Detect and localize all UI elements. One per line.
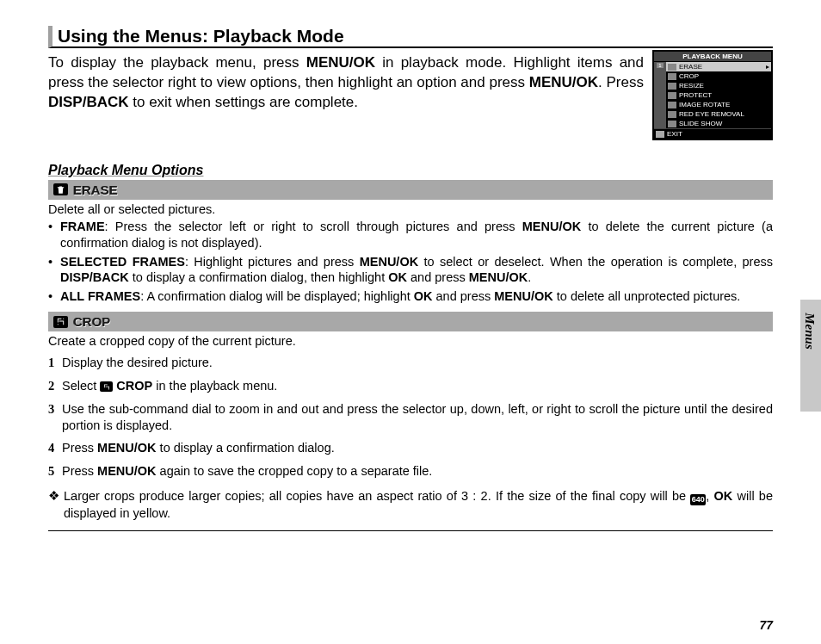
disp-back-label: DISP/BACK (48, 94, 129, 110)
step-number: 1 (48, 355, 62, 371)
step-item: 1Display the desired picture. (48, 355, 773, 371)
rotate-icon (668, 102, 676, 108)
screenshot-item-label: SLIDE SHOW (679, 120, 722, 127)
slideshow-icon (668, 121, 676, 127)
page-number: 77 (759, 618, 773, 632)
bullet-text: to delete all unprotected pictures. (553, 289, 741, 303)
bullet-item: • ALL FRAMES: A confirmation dialog will… (48, 288, 773, 305)
bullet-item: • FRAME: Press the selector left or righ… (48, 219, 773, 251)
crop-label-inline: CROP (113, 379, 152, 393)
erase-bullets: • FRAME: Press the selector left or righ… (48, 219, 773, 305)
screenshot-item: RESIZE (666, 81, 771, 90)
playback-menu-screenshot: PLAYBACK MENU 1 ERASE▸ CROP RESIZE PROTE… (652, 50, 773, 140)
screenshot-item-label: CROP (679, 72, 699, 80)
step-text: to display a confirmation dialog. (157, 441, 335, 455)
intro-text: to exit when settings are complete. (129, 94, 358, 110)
back-icon (656, 131, 664, 138)
menu-ok-label: MENU/OK (522, 220, 581, 233)
screenshot-item-label: RESIZE (679, 82, 704, 90)
screenshot-item-label: PROTECT (679, 91, 712, 99)
crop-icon (53, 316, 68, 328)
protect-icon (668, 92, 676, 99)
screenshot-item: SLIDE SHOW (666, 119, 771, 128)
ok-label: OK (414, 289, 433, 303)
erase-desc: Delete all or selected pictures. (48, 202, 773, 216)
step-number: 4 (48, 440, 62, 456)
step-text: in the playback menu. (152, 379, 277, 393)
intro-paragraph: To display the playback menu, press MENU… (48, 53, 644, 113)
bullet-text: to select or deselect. When the operatio… (418, 255, 773, 269)
frame-label: FRAME (60, 220, 105, 233)
arrow-right-icon: ▸ (766, 63, 769, 71)
redeye-icon (668, 111, 676, 118)
bullet-dot: • (48, 219, 60, 251)
note-text: Larger crops produce larger copies; all … (64, 489, 690, 503)
step-text: Press (62, 464, 97, 478)
note-diamond-icon: ❖ (48, 488, 64, 522)
trash-icon (53, 183, 68, 195)
menu-ok-label: MENU/OK (306, 54, 375, 71)
page-title: Using the Menus: Playback Mode (58, 26, 773, 46)
page-title-wrap: Using the Menus: Playback Mode (48, 26, 773, 48)
step-text: Use the sub-command dial to zoom in and … (62, 401, 773, 434)
bullet-dot: • (48, 254, 60, 287)
erase-section-bar: ERASE (48, 180, 773, 200)
resize-icon (668, 83, 676, 90)
playback-options-heading: Playback Menu Options (48, 163, 773, 178)
screenshot-item-label: ERASE (679, 63, 702, 71)
screenshot-footer: EXIT (654, 128, 771, 139)
side-tab-label: Menus (802, 297, 817, 366)
step-text: Select (62, 379, 100, 393)
menu-ok-label: MENU/OK (494, 289, 552, 303)
screenshot-item: IMAGE ROTATE (666, 100, 771, 109)
crop-icon (100, 381, 113, 392)
menu-ok-label: MENU/OK (360, 255, 418, 269)
bullet-text: : Press the selector left or right to sc… (105, 220, 522, 233)
step-text: Display the desired picture. (62, 355, 213, 371)
ok-label: OK (714, 489, 733, 503)
screenshot-item-label: RED EYE REMOVAL (679, 110, 744, 118)
step-number: 5 (48, 463, 62, 480)
bullet-text: and press (407, 270, 469, 284)
screenshot-item-label: IMAGE ROTATE (679, 101, 730, 108)
bullet-text: and press (433, 289, 495, 303)
ok-label: OK (388, 270, 407, 284)
all-frames-label: ALL FRAMES (60, 289, 140, 303)
bullet-text: : Highlight pictures and press (185, 255, 360, 269)
selected-frames-label: SELECTED FRAMES (60, 255, 185, 269)
bullet-item: • SELECTED FRAMES: Highlight pictures an… (48, 254, 773, 287)
step-number: 2 (48, 378, 62, 394)
bullet-text: : A confirmation dialog will be displaye… (140, 289, 414, 303)
side-tab: Menus (800, 300, 821, 412)
note-text: , (706, 489, 713, 503)
bullet-text: to display a confirmation dialog, then h… (129, 270, 388, 284)
step-text: Press (62, 441, 97, 455)
step-item: 5Press MENU/OK again to save the cropped… (48, 463, 773, 480)
screenshot-item: PROTECT (666, 90, 771, 100)
menu-ok-label: MENU/OK (529, 74, 598, 90)
trash-icon (668, 64, 676, 71)
crop-desc: Create a cropped copy of the current pic… (48, 334, 773, 348)
step-item: 2Select CROP in the playback menu. (48, 378, 773, 394)
step-item: 3Use the sub-command dial to zoom in and… (48, 401, 773, 434)
intro-text: To display the playback menu, press (48, 54, 306, 71)
disp-back-label: DISP/BACK (60, 270, 129, 284)
section-divider (48, 530, 773, 531)
screenshot-item: CROP (666, 71, 771, 81)
screenshot-title: PLAYBACK MENU (654, 52, 771, 61)
menu-ok-label: MENU/OK (97, 464, 156, 478)
size-640-icon: 640 (690, 494, 706, 505)
intro-text: . Press (598, 74, 644, 90)
menu-ok-label: MENU/OK (97, 441, 156, 455)
screenshot-tab: 1 (657, 63, 663, 68)
screenshot-exit-label: EXIT (667, 130, 682, 138)
screenshot-item: RED EYE REMOVAL (666, 109, 771, 119)
crop-icon (668, 73, 676, 80)
crop-steps: 1Display the desired picture. 2Select CR… (48, 355, 773, 480)
crop-label: CROP (73, 314, 110, 329)
crop-note: ❖ Larger crops produce larger copies; al… (48, 488, 773, 522)
bullet-text: . (528, 270, 531, 284)
erase-label: ERASE (73, 183, 118, 197)
crop-section-bar: CROP (48, 312, 773, 331)
screenshot-item: ERASE▸ (666, 62, 771, 71)
